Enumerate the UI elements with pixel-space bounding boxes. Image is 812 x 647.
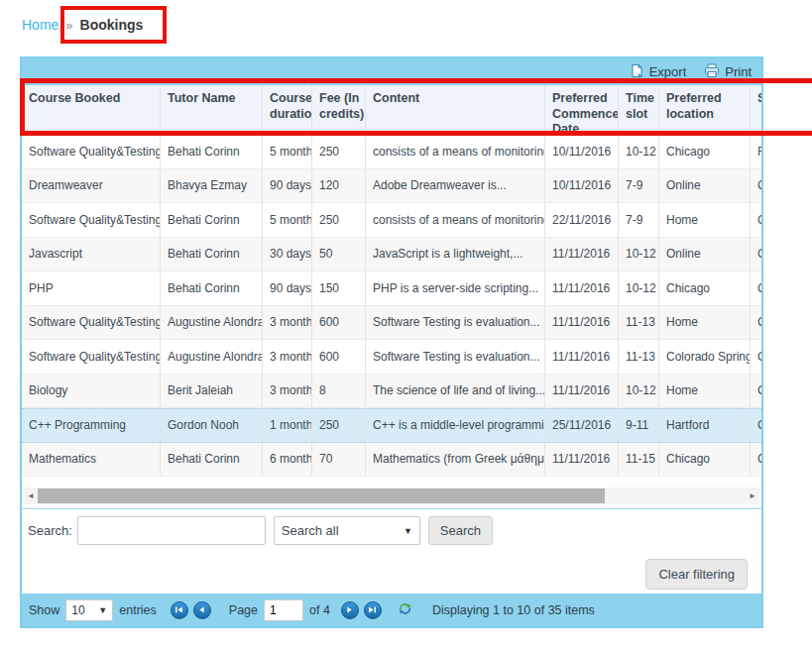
table-cell: 11-15 — [619, 443, 659, 477]
table-row[interactable]: C++ ProgrammingGordon Nooh1 months250C++… — [22, 408, 761, 443]
search-input[interactable] — [77, 516, 266, 545]
table-cell: Behati Corinn — [161, 238, 263, 271]
table-cell: 1 months — [263, 409, 312, 442]
table-cell: 6 months — [263, 443, 312, 477]
search-field-select[interactable]: Search all ▼ — [274, 516, 420, 545]
next-page-button[interactable] — [341, 601, 359, 619]
table-cell: Javascript — [22, 238, 161, 271]
table-cell: 50 — [312, 238, 366, 271]
table-row[interactable]: BiologyBerit Jaleiah3 months8The science… — [22, 375, 761, 409]
search-field-selected: Search all — [282, 523, 339, 538]
export-button[interactable]: Export — [630, 63, 687, 81]
table-cell: 10-12 — [619, 238, 659, 271]
previous-page-button[interactable] — [193, 601, 211, 619]
table-cell: Chicago — [659, 135, 751, 168]
page-label: Page — [229, 603, 258, 617]
scrollbar-track[interactable] — [38, 487, 746, 504]
column-header[interactable]: Preferred location — [659, 85, 751, 135]
table-row[interactable]: DreamweaverBhavya Ezmay90 days120Adobe D… — [22, 169, 761, 204]
table-header-row: Course BookedTutor NameCourse durationFe… — [22, 85, 761, 135]
table-cell: Behati Corinn — [161, 203, 263, 237]
table-cell: Cl — [751, 238, 761, 271]
table-cell: 10/11/2016 — [545, 135, 619, 168]
table-cell: consists of a means of monitoring... — [366, 135, 545, 168]
breadcrumb: Home » Bookings — [22, 17, 143, 33]
table-cell: Augustine Alondra — [161, 340, 263, 374]
table-cell: Chicago — [659, 271, 751, 305]
table-cell: Dreamweaver — [22, 169, 161, 203]
scrollbar-thumb[interactable] — [38, 488, 605, 503]
table-body: Software Quality&TestingBehati Corinn5 m… — [22, 135, 761, 477]
export-icon — [630, 63, 644, 81]
column-header[interactable]: St — [751, 85, 761, 135]
last-page-button[interactable] — [364, 601, 382, 619]
column-header[interactable]: Course duration — [263, 85, 312, 135]
scroll-region: ◄ ► — [22, 477, 761, 508]
table-cell: 11/11/2016 — [545, 238, 619, 271]
horizontal-scrollbar[interactable]: ◄ ► — [24, 487, 759, 504]
pagination-bar: Show 10 ▼ entries Page of 4 — [22, 593, 761, 626]
scroll-right-arrow-icon[interactable]: ► — [746, 487, 759, 504]
first-page-icon — [174, 605, 183, 614]
page-size-select[interactable]: 10 ▼ — [65, 599, 113, 621]
first-page-button[interactable] — [171, 601, 188, 619]
refresh-button[interactable] — [398, 601, 412, 619]
table-cell: Online — [659, 169, 751, 203]
clear-filtering-button[interactable]: Clear filtering — [645, 559, 748, 590]
table-cell: Ru — [751, 135, 761, 168]
table-cell: 7-9 — [619, 169, 659, 203]
breadcrumb-home-link[interactable]: Home — [22, 17, 58, 33]
table-cell: 250 — [312, 203, 366, 237]
chevron-down-icon: ▼ — [98, 605, 107, 615]
table-cell: Biology — [22, 375, 161, 408]
table-cell: C++ Programming — [22, 409, 161, 442]
table-cell: 11/11/2016 — [545, 375, 619, 408]
table-cell: Software Testing is evaluation... — [366, 340, 545, 374]
bookings-grid: Export Print Course BookedTutor NameCour… — [20, 56, 763, 628]
table-cell: PHP — [22, 271, 161, 305]
table-cell: 10-12 — [619, 375, 659, 408]
scroll-left-arrow-icon[interactable]: ◄ — [24, 487, 38, 504]
column-header[interactable]: Preferred Commence Date — [545, 85, 619, 135]
table-row[interactable]: Software Quality&TestingAugustine Alondr… — [22, 306, 761, 341]
table-cell: 5 months — [263, 203, 312, 237]
table-row[interactable]: Software Quality&TestingAugustine Alondr… — [22, 340, 761, 375]
table-cell: 11/11/2016 — [545, 340, 619, 374]
column-header[interactable]: Time slot — [619, 85, 659, 135]
table-cell: 11/11/2016 — [545, 306, 619, 340]
table-row[interactable]: Software Quality&TestingBehati Corinn5 m… — [22, 135, 761, 169]
column-header[interactable]: Course Booked — [22, 85, 161, 135]
column-header[interactable]: Fee (In credits) — [312, 85, 366, 135]
table-cell: Home — [659, 375, 751, 408]
last-page-icon — [368, 605, 377, 614]
table-cell: Behati Corinn — [161, 135, 263, 168]
table-cell: C++ is a middle-level programming... — [366, 409, 545, 442]
table-cell: 9-11 — [619, 409, 659, 442]
table-cell: 3 months — [263, 375, 312, 408]
breadcrumb-separator: » — [65, 18, 72, 33]
column-header[interactable]: Content — [366, 85, 545, 135]
search-button[interactable]: Search — [428, 516, 493, 545]
table-cell: Ca — [751, 169, 761, 203]
table-cell: Cl — [751, 306, 761, 340]
table-cell: 70 — [312, 443, 366, 477]
table-row[interactable]: JavascriptBehati Corinn30 days50JavaScri… — [22, 238, 761, 272]
table-cell: 150 — [312, 271, 366, 305]
table-cell: 11/11/2016 — [545, 443, 619, 477]
table-row[interactable]: PHPBehati Corinn90 days150PHP is a serve… — [22, 271, 761, 306]
table-cell: Cl — [751, 375, 761, 408]
table-cell: 90 days — [263, 169, 312, 203]
table-cell: Bhavya Ezmay — [161, 169, 263, 203]
table-cell: Colorado Springs — [659, 340, 751, 374]
print-button[interactable]: Print — [704, 63, 752, 81]
print-icon — [704, 63, 720, 81]
table-row[interactable]: Software Quality&TestingBehati Corinn5 m… — [22, 203, 761, 238]
table-cell: Cl — [751, 271, 761, 305]
table-cell: Berit Jaleiah — [161, 375, 263, 408]
page-size-value: 10 — [71, 603, 84, 617]
table-row[interactable]: MathematicsBehati Corinn6 months70Mathem… — [22, 443, 761, 478]
column-header[interactable]: Tutor Name — [161, 85, 263, 135]
table-cell: Online — [659, 238, 751, 271]
page-number-input[interactable] — [264, 599, 303, 621]
table-cell: 90 days — [263, 271, 312, 305]
